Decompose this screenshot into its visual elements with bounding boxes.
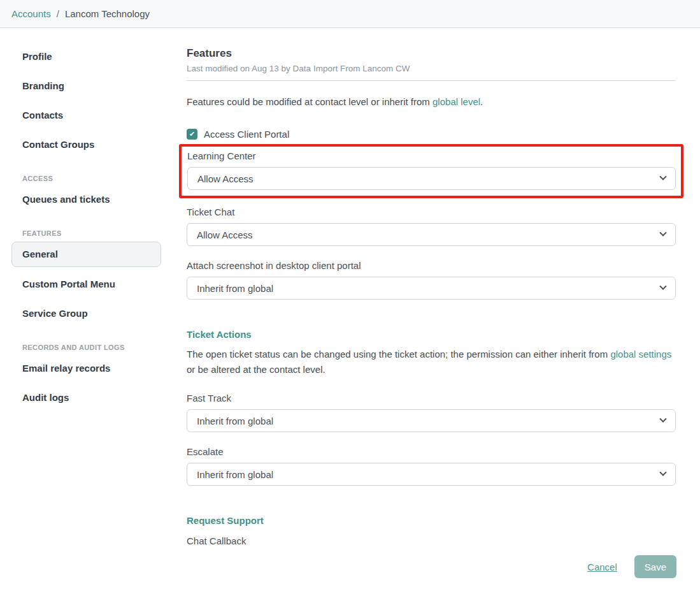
attach-screenshot-value: Inherit from global [197, 283, 273, 294]
attach-screenshot-label: Attach screenshot in desktop client port… [187, 260, 676, 272]
escalate-select[interactable]: Inherit from global [187, 463, 676, 486]
page-title: Features [187, 48, 676, 59]
sidebar-section-records-and-audit-logs: RECORDS AND AUDIT LOGS [0, 344, 172, 351]
attach-screenshot-select[interactable]: Inherit from global [187, 277, 676, 300]
breadcrumb-current-account: Lancom Technology [65, 8, 150, 19]
footer-actions: Cancel Save [172, 549, 700, 578]
last-modified-text: Last modified on Aug 13 by Data Import F… [187, 64, 676, 73]
sidebar-item-branding[interactable]: Branding [0, 81, 172, 91]
sidebar-item-audit-logs[interactable]: Audit logs [0, 393, 172, 403]
save-button[interactable]: Save [634, 555, 676, 578]
sidebar-section-access: ACCESS [0, 175, 172, 182]
highlight-annotation-rectangle: Learning Center Allow Access [179, 144, 683, 198]
breadcrumb-accounts-link[interactable]: Accounts [11, 8, 51, 19]
escalate-label: Escalate [187, 446, 676, 458]
header-divider [187, 80, 676, 81]
learning-center-select[interactable]: Allow Access [187, 167, 676, 190]
access-client-portal-label: Access Client Portal [204, 129, 289, 140]
chevron-down-icon [659, 469, 666, 476]
global-level-link[interactable]: global level [432, 96, 480, 107]
sidebar-item-general[interactable]: General [11, 242, 161, 267]
main-panel: Features Last modified on Aug 13 by Data… [172, 28, 700, 596]
ticket-actions-desc-before: The open ticket status can be changed us… [187, 349, 610, 360]
intro-text: Features could be modified at contact le… [187, 95, 676, 109]
chat-callback-field: Chat Callback Allow Callback [187, 535, 676, 549]
escalate-value: Inherit from global [197, 469, 273, 480]
intro-text-after: . [480, 96, 483, 107]
access-client-portal-row: ✔ Access Client Portal [187, 129, 676, 140]
fast-track-field: Fast Track Inherit from global [187, 393, 676, 432]
ticket-actions-desc-after: or be altered at the contact level. [187, 364, 325, 375]
breadcrumb-separator: / [57, 8, 59, 19]
chevron-down-icon [659, 173, 666, 180]
chat-callback-label: Chat Callback [187, 535, 676, 547]
intro-text-before: Features could be modified at contact le… [187, 96, 432, 107]
sidebar-item-custom-portal-menu[interactable]: Custom Portal Menu [0, 279, 172, 289]
ticket-chat-select[interactable]: Allow Access [187, 223, 676, 246]
chevron-down-icon [659, 416, 666, 423]
features-settings-content: Features Last modified on Aug 13 by Data… [172, 28, 700, 549]
breadcrumb: Accounts / Lancom Technology [0, 0, 700, 28]
ticket-chat-label: Ticket Chat [187, 207, 676, 218]
ticket-chat-field: Ticket Chat Allow Access [187, 207, 676, 246]
ticket-actions-heading: Ticket Actions [187, 329, 676, 340]
fast-track-select[interactable]: Inherit from global [187, 409, 676, 432]
chevron-down-icon [659, 229, 666, 236]
fast-track-value: Inherit from global [197, 416, 273, 426]
request-support-heading: Request Support [187, 515, 676, 527]
global-settings-link[interactable]: global settings [610, 349, 671, 360]
learning-center-value: Allow Access [197, 173, 254, 184]
ticket-chat-value: Allow Access [197, 229, 253, 240]
ticket-actions-description: The open ticket status can be changed us… [187, 347, 676, 377]
check-icon: ✔ [189, 131, 195, 138]
sidebar-item-contacts[interactable]: Contacts [0, 110, 172, 120]
sidebar-item-email-relay-records[interactable]: Email relay records [0, 363, 172, 374]
sidebar-item-contact-groups[interactable]: Contact Groups [0, 140, 172, 150]
chevron-down-icon [659, 283, 666, 290]
settings-sidebar: Profile Branding Contacts Contact Groups… [0, 28, 172, 596]
escalate-field: Escalate Inherit from global [187, 446, 676, 486]
learning-center-label: Learning Center [187, 150, 676, 162]
cancel-button[interactable]: Cancel [587, 562, 617, 572]
sidebar-item-service-group[interactable]: Service Group [0, 309, 172, 319]
sidebar-section-features: FEATURES [0, 229, 172, 237]
access-client-portal-checkbox[interactable]: ✔ [187, 129, 197, 140]
sidebar-item-profile[interactable]: Profile [0, 52, 172, 62]
attach-screenshot-field: Attach screenshot in desktop client port… [187, 260, 676, 300]
sidebar-item-queues-and-tickets[interactable]: Queues and tickets [0, 194, 172, 205]
fast-track-label: Fast Track [187, 393, 676, 404]
